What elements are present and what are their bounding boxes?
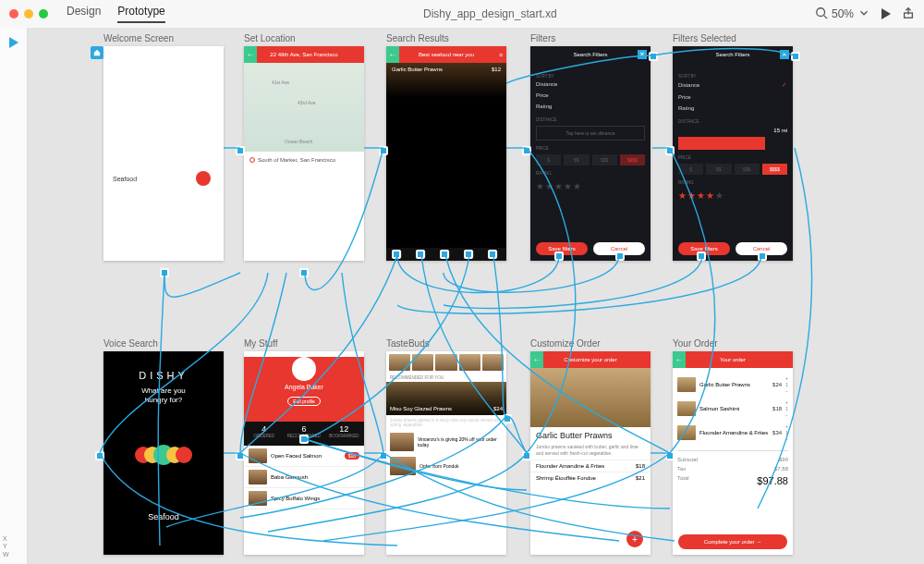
- price-option[interactable]: $$$: [735, 164, 760, 175]
- price-option[interactable]: $: [536, 154, 561, 166]
- list-item[interactable]: Order from Pondok: [386, 454, 506, 478]
- artboard-label[interactable]: Filters: [530, 33, 555, 43]
- wire-handle[interactable]: [522, 451, 531, 460]
- order-item[interactable]: Salmon Sashimi$18+1−: [677, 397, 788, 421]
- artboard-label[interactable]: Set Location: [244, 33, 296, 43]
- artboard-order[interactable]: ← Your order Garlic Butter Prawns$24+1− …: [673, 351, 793, 555]
- complete-order-button[interactable]: Complete your order →: [678, 534, 787, 549]
- order-item[interactable]: Garlic Butter Prawns$24+1−: [677, 373, 788, 397]
- wire-handle[interactable]: [554, 251, 564, 261]
- tab-prototype[interactable]: Prototype: [117, 5, 164, 23]
- wire-handle[interactable]: [236, 146, 245, 155]
- artboard-label[interactable]: Your Order: [673, 338, 718, 349]
- artboard-tastebuds[interactable]: RECOMMENDED FOR YOU Miso Soy Glazed Praw…: [386, 351, 506, 555]
- artboard-label[interactable]: Filters Selected: [673, 33, 736, 43]
- wire-handle[interactable]: [379, 451, 388, 460]
- filter-option[interactable]: Distance: [536, 79, 645, 90]
- artboard-location[interactable]: ← 22 49th Ave, San Francisco 41st Ave 43…: [244, 46, 364, 261]
- wire-handle[interactable]: [791, 52, 800, 61]
- filter-option[interactable]: Price: [536, 90, 645, 101]
- artboard-label[interactable]: Search Results: [386, 33, 449, 43]
- wire-handle[interactable]: [649, 52, 658, 61]
- artboard-label[interactable]: TasteBuds: [386, 338, 430, 349]
- add-button[interactable]: +: [626, 531, 643, 547]
- artboard-mystuff[interactable]: Angela Baker Edit profile 4ORDERED 6RECO…: [244, 351, 364, 555]
- filter-option[interactable]: Distance✓: [678, 79, 787, 92]
- order-item[interactable]: Flounder Amandine & Frites$34+1−: [677, 421, 788, 445]
- tab-design[interactable]: Design: [67, 5, 101, 23]
- list-item[interactable]: Vincenzo's is giving 20% off your order …: [386, 430, 506, 454]
- wire-handle[interactable]: [392, 250, 401, 259]
- maximize-window-icon[interactable]: [39, 9, 48, 18]
- quantity-stepper[interactable]: +1−: [785, 423, 788, 442]
- play-button[interactable]: [881, 8, 891, 19]
- artboard-label[interactable]: Voice Search: [103, 338, 158, 349]
- back-button[interactable]: ←: [244, 46, 257, 63]
- distance-slider[interactable]: [678, 137, 765, 150]
- distance-input[interactable]: Tap here to set distance: [536, 126, 645, 141]
- zoom-control[interactable]: 50%: [815, 6, 870, 22]
- artboard-label[interactable]: Customize Order: [530, 338, 601, 349]
- record-button[interactable]: [196, 171, 211, 186]
- artboard-welcome[interactable]: Seafood: [103, 46, 224, 261]
- wire-handle[interactable]: [665, 451, 675, 460]
- addon-item[interactable]: Flounder Amandine & Frites$18: [530, 460, 650, 472]
- wire-handle[interactable]: [697, 251, 706, 261]
- artboard-label[interactable]: Welcome Screen: [103, 33, 174, 43]
- filter-icon[interactable]: ≡: [499, 52, 503, 58]
- close-window-icon[interactable]: [9, 9, 18, 18]
- wire-handle[interactable]: [464, 250, 473, 259]
- chevron-down-icon[interactable]: [857, 6, 870, 22]
- filter-option[interactable]: Rating: [678, 103, 787, 114]
- window-controls[interactable]: [9, 9, 48, 18]
- list-item[interactable]: Baba Ganoush: [244, 467, 364, 488]
- wire-handle[interactable]: [615, 251, 625, 261]
- stat[interactable]: 4ORDERED: [244, 422, 284, 446]
- artboard-voice[interactable]: DISHY What are you hungry for? Seafood: [103, 351, 224, 555]
- wire-handle[interactable]: [503, 414, 512, 423]
- list-item[interactable]: Spicy Buffalo Wings: [244, 488, 364, 509]
- stat[interactable]: 12BOOKMARKED: [324, 422, 364, 446]
- rating-stars[interactable]: ★★★★★: [678, 190, 787, 201]
- home-artboard-icon[interactable]: [91, 46, 103, 59]
- price-option[interactable]: $$$$: [620, 154, 645, 166]
- wire-handle[interactable]: [299, 435, 309, 444]
- price-option[interactable]: $$: [706, 164, 731, 175]
- wire-handle[interactable]: [379, 146, 388, 155]
- featured-dish[interactable]: Miso Soy Glazed Prawns $24: [386, 382, 506, 415]
- artboard-customize[interactable]: ← Customize your order Garlic Butter Pra…: [530, 351, 650, 555]
- avatar[interactable]: [292, 357, 316, 381]
- artboard-filters-selected[interactable]: Search Filters ✕ SORT BY Distance✓ Price…: [673, 46, 793, 261]
- wire-handle[interactable]: [160, 268, 169, 277]
- artboard-results[interactable]: ← Best seafood near you ≡ Garlic Butter …: [386, 46, 506, 261]
- rating-stars[interactable]: ★★★★★: [536, 181, 645, 191]
- price-option[interactable]: $$$$: [762, 164, 787, 175]
- wire-handle[interactable]: [236, 451, 245, 460]
- wire-handle[interactable]: [416, 250, 425, 259]
- edit-profile-button[interactable]: Edit profile: [287, 397, 321, 406]
- wire-handle[interactable]: [440, 250, 449, 259]
- back-button[interactable]: ←: [386, 46, 399, 63]
- list-item[interactable]: Open Faced Salmon$18: [244, 446, 364, 467]
- artboard-label[interactable]: My Stuff: [244, 338, 278, 349]
- filter-option[interactable]: Rating: [536, 101, 645, 112]
- location-result[interactable]: South of Market, San Francisco: [244, 152, 364, 168]
- close-icon[interactable]: ✕: [638, 50, 647, 59]
- pointer-tool-icon[interactable]: [9, 37, 18, 48]
- wire-handle[interactable]: [522, 146, 531, 155]
- price-option[interactable]: $$$: [592, 154, 617, 166]
- result-item[interactable]: Garlic Butter Prawns $12: [386, 63, 506, 98]
- close-icon[interactable]: ✕: [780, 50, 789, 59]
- wire-handle[interactable]: [665, 146, 675, 155]
- wire-handle[interactable]: [488, 250, 497, 259]
- price-option[interactable]: $$: [564, 154, 589, 166]
- share-icon[interactable]: [902, 6, 915, 22]
- wire-handle[interactable]: [299, 268, 309, 277]
- filter-option[interactable]: Price: [678, 92, 787, 103]
- prototype-canvas[interactable]: Welcome Screen Seafood Set Location ← 22…: [28, 28, 924, 564]
- quantity-stepper[interactable]: +1−: [785, 375, 788, 394]
- minimize-window-icon[interactable]: [24, 9, 33, 18]
- map-view[interactable]: 41st Ave 43rd Ave Ocean Beach: [244, 63, 364, 152]
- price-option[interactable]: $: [678, 164, 703, 175]
- back-button[interactable]: ←: [673, 351, 686, 368]
